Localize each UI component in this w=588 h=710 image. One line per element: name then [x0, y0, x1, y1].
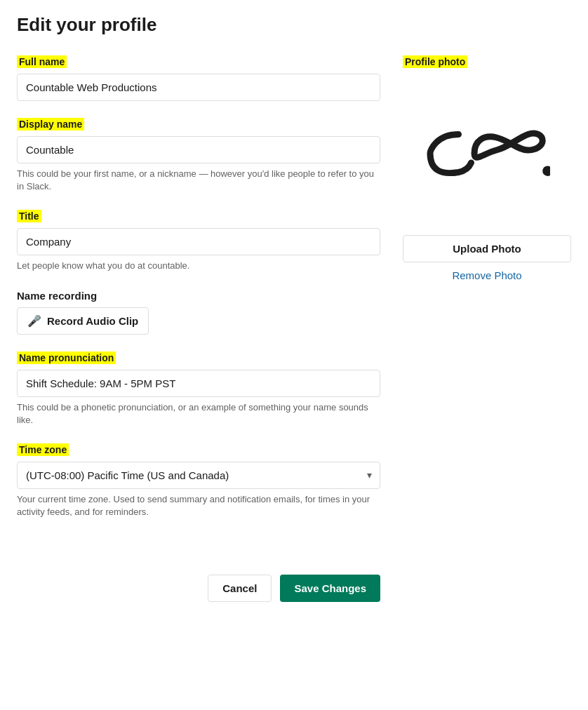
time-zone-label: Time zone	[17, 443, 69, 456]
cancel-button[interactable]: Cancel	[208, 575, 272, 602]
title-field-group: Title Let people know what you do at cou…	[17, 210, 380, 272]
display-name-hint: This could be your first name, or a nick…	[17, 168, 380, 193]
profile-photo-area: Upload Photo Remove Photo	[403, 76, 571, 281]
display-name-label: Display name	[17, 118, 84, 130]
bottom-actions: Cancel Save Changes	[17, 561, 380, 602]
profile-photo-label: Profile photo	[403, 55, 467, 68]
name-recording-label: Name recording	[17, 290, 380, 302]
profile-photo-image	[424, 115, 550, 185]
record-btn-label: Record Audio Clip	[47, 315, 138, 327]
full-name-field-group: Full name	[17, 55, 380, 101]
display-name-input[interactable]	[17, 136, 380, 163]
title-hint: Let people know what you do at countable…	[17, 260, 380, 272]
name-recording-field-group: Name recording 🎤 Record Audio Clip	[17, 290, 380, 335]
title-label: Title	[17, 210, 41, 222]
time-zone-select-wrapper: (UTC-08:00) Pacific Time (US and Canada)…	[17, 462, 380, 489]
time-zone-field-group: Time zone (UTC-08:00) Pacific Time (US a…	[17, 443, 380, 518]
name-pronunciation-input[interactable]	[17, 370, 380, 397]
time-zone-select[interactable]: (UTC-08:00) Pacific Time (US and Canada)…	[17, 462, 380, 489]
right-column: Profile photo Upload Photo Remove Photo	[403, 55, 571, 293]
remove-photo-button[interactable]: Remove Photo	[452, 269, 521, 281]
full-name-input[interactable]	[17, 74, 380, 101]
page-title: Edit your profile	[17, 14, 571, 36]
name-pronunciation-label: Name pronunciation	[17, 351, 116, 364]
name-pronunciation-hint: This could be a phonetic pronunciation, …	[17, 401, 380, 427]
record-audio-clip-button[interactable]: 🎤 Record Audio Clip	[17, 307, 149, 335]
save-changes-button[interactable]: Save Changes	[280, 575, 380, 602]
svg-point-0	[542, 166, 550, 176]
microphone-icon: 🎤	[27, 314, 41, 328]
title-input[interactable]	[17, 228, 380, 255]
left-column: Full name Display name This could be you…	[17, 55, 380, 602]
time-zone-hint: Your current time zone. Used to send sum…	[17, 493, 380, 518]
name-pronunciation-field-group: Name pronunciation This could be a phone…	[17, 351, 380, 427]
full-name-label: Full name	[17, 55, 67, 68]
upload-photo-button[interactable]: Upload Photo	[403, 235, 571, 262]
photo-container	[413, 76, 561, 224]
display-name-field-group: Display name This could be your first na…	[17, 118, 380, 193]
